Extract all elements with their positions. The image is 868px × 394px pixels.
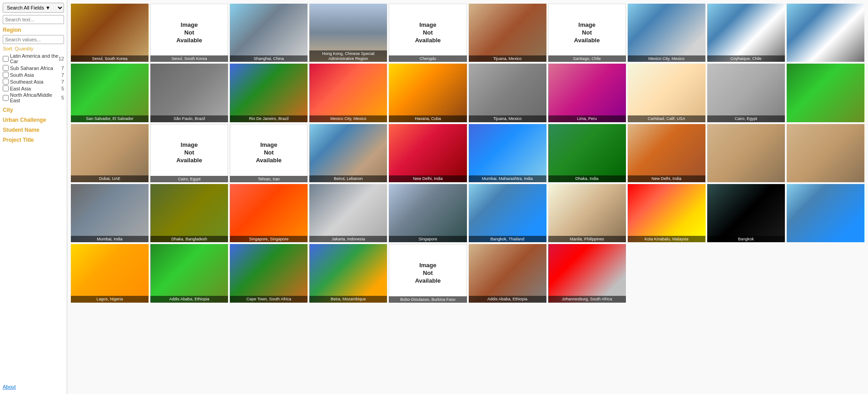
grid-item[interactable]: ImageNotAvailable Bobo-Dioulasso, Burkin… <box>389 244 466 302</box>
grid-item-image <box>309 124 387 182</box>
about-link[interactable]: About <box>3 384 16 389</box>
grid-item[interactable]: Cairo, Egypt <box>707 64 785 122</box>
grid-item[interactable]: Seoul, South Korea <box>71 4 149 62</box>
grid-item[interactable]: Lagos, Nigeria <box>71 244 149 302</box>
grid-item-image <box>150 64 228 122</box>
filter-checkbox-0[interactable] <box>3 56 9 62</box>
grid-item[interactable]: Mumbai, India <box>71 184 149 242</box>
grid-item-caption: São Paulo, Brazil <box>150 115 228 122</box>
grid-item-caption: Beira, Mozambique <box>309 296 387 303</box>
grid-item-caption: Lagos, Nigeria <box>71 296 149 303</box>
grid-item[interactable]: ImageNotAvailable Cairo, Egypt <box>150 124 228 182</box>
grid-item-image <box>469 244 546 302</box>
grid-item[interactable] <box>707 124 785 182</box>
image-not-available: ImageNotAvailable <box>230 124 308 182</box>
filter-item-label-1[interactable]: Sub Saharan Africa <box>3 65 61 71</box>
grid-item[interactable]: New Delhi, India <box>628 124 705 182</box>
grid-item[interactable] <box>787 64 864 122</box>
filter-checkbox-1[interactable] <box>3 65 9 71</box>
search-all-fields-select[interactable]: Search All Fields ▼ <box>3 3 64 13</box>
grid-item[interactable]: Singapore <box>389 184 466 242</box>
filter-item-text-2: South Asia <box>10 72 34 78</box>
grid-item-caption: Chengdu <box>389 55 466 62</box>
grid-item[interactable] <box>787 124 864 182</box>
grid-item[interactable]: Kota Kinabalu, Malaysia <box>628 184 705 242</box>
grid-item[interactable]: ImageNotAvailable Chengdu <box>389 4 466 62</box>
grid-item[interactable]: Mumbai, Maharashtra, India <box>469 124 546 182</box>
grid-item[interactable]: Addis Ababa, Ethiopia <box>150 244 228 302</box>
grid-item[interactable]: ImageNotAvailable Santiago, Chile <box>548 4 626 62</box>
grid-item-caption: Cairo, Egypt <box>150 176 228 182</box>
image-not-available-text: ImageNotAvailable <box>174 20 204 46</box>
grid-item[interactable]: Shanghai, China <box>230 4 308 62</box>
grid-item[interactable]: Dhaka, India <box>548 124 626 182</box>
grid-item-image <box>707 124 785 182</box>
grid-item[interactable]: Jakarta, Indonesia <box>309 184 387 242</box>
region-filter-title[interactable]: Region <box>3 27 64 33</box>
grid-item-caption: Seoul, South Korea <box>150 55 228 62</box>
grid-item[interactable]: Addis Ababa, Ethiopia <box>469 244 546 302</box>
grid-item[interactable]: Bangkok, Thailand <box>469 184 546 242</box>
grid-item-caption: Havana, Cuba <box>389 115 466 122</box>
filter-item-label-0[interactable]: Latin America and the Car <box>3 53 59 64</box>
grid-item[interactable]: Carlsbad, Calif, USA <box>628 64 705 122</box>
student-name-filter-title[interactable]: Student Name <box>3 127 64 133</box>
grid-item[interactable]: Coyhaique, Chile <box>707 4 785 62</box>
grid-item-image <box>548 184 626 242</box>
grid-item-image <box>71 244 149 302</box>
grid-item[interactable]: Bangkok <box>707 184 785 242</box>
filter-checkbox-2[interactable] <box>3 72 9 78</box>
filter-item-label-5[interactable]: North Africa/Middle East <box>3 92 61 103</box>
filter-checkbox-3[interactable] <box>3 79 9 85</box>
search-text-input[interactable] <box>3 15 64 24</box>
sidebar: Search All Fields ▼ Region Sort: Quantit… <box>0 0 67 394</box>
grid-item-image <box>628 64 705 122</box>
grid-item[interactable]: São Paulo, Brazil <box>150 64 228 122</box>
grid-item[interactable]: Lima, Peru <box>548 64 626 122</box>
grid-item-caption: Singapore, Singapore <box>230 236 308 243</box>
grid-item[interactable]: Dhaka, Bangladesh <box>150 184 228 242</box>
grid-item[interactable]: New Delhi, India <box>389 124 466 182</box>
city-filter-title[interactable]: City <box>3 107 64 113</box>
grid-item[interactable]: Dubai, UAE <box>71 124 149 182</box>
filter-item-label-4[interactable]: East Asia <box>3 85 61 91</box>
grid-item[interactable]: San Salvador, El Salvador <box>71 64 149 122</box>
grid-item[interactable]: Havana, Cuba <box>389 64 466 122</box>
grid-item-caption: Rio De Janeiro, Brazil <box>230 115 308 122</box>
grid-item[interactable]: Cape Town, South Africa <box>230 244 308 302</box>
grid-item-image <box>389 184 466 242</box>
filter-item-label-2[interactable]: South Asia <box>3 72 61 78</box>
filter-checkbox-4[interactable] <box>3 85 9 91</box>
grid-item-caption: Cairo, Egypt <box>707 115 785 122</box>
region-search-values-input[interactable] <box>3 35 64 44</box>
grid-item[interactable]: Beirut, Lebanon <box>309 124 387 182</box>
grid-item-image <box>230 184 308 242</box>
grid-item-image <box>787 184 864 242</box>
filter-item-label-3[interactable]: Southeast Asia <box>3 79 61 85</box>
grid-item-caption: Jakarta, Indonesia <box>309 236 387 243</box>
grid-item[interactable]: ImageNotAvailable Seoul, South Korea <box>150 4 228 62</box>
grid-item[interactable]: Singapore, Singapore <box>230 184 308 242</box>
grid-item[interactable]: Beira, Mozambique <box>309 244 387 302</box>
image-not-available: ImageNotAvailable <box>389 244 466 302</box>
grid-item-image <box>787 64 864 122</box>
grid-item[interactable] <box>787 4 864 62</box>
grid-item-caption: Seoul, South Korea <box>71 55 149 62</box>
grid-item[interactable]: ImageNotAvailable Tehran, Iran <box>230 124 308 182</box>
grid-item[interactable]: Manila, Philippines <box>548 184 626 242</box>
grid-item[interactable]: Johannesburg, South Africa <box>548 244 626 302</box>
grid-item[interactable] <box>787 184 864 242</box>
grid-item-image <box>71 64 149 122</box>
project-title-filter-title[interactable]: Project Title <box>3 137 64 143</box>
urban-challenge-filter-title[interactable]: Urban Challenge <box>3 117 64 123</box>
grid-item[interactable]: Tijuana, Mexico <box>469 4 546 62</box>
filter-checkbox-5[interactable] <box>3 95 9 101</box>
grid-item-image <box>309 64 387 122</box>
grid-item-caption: Coyhaique, Chile <box>707 55 785 62</box>
grid-item[interactable]: Mexico City, Mexico <box>628 4 705 62</box>
grid-item-image <box>469 124 546 182</box>
grid-item[interactable]: Hong Kong, Chinese Special Administrativ… <box>309 4 387 62</box>
grid-item[interactable]: Rio De Janeiro, Brazil <box>230 64 308 122</box>
grid-item[interactable]: Tijuana, Mexico <box>469 64 546 122</box>
grid-item[interactable]: Mexico City, Mexico <box>309 64 387 122</box>
